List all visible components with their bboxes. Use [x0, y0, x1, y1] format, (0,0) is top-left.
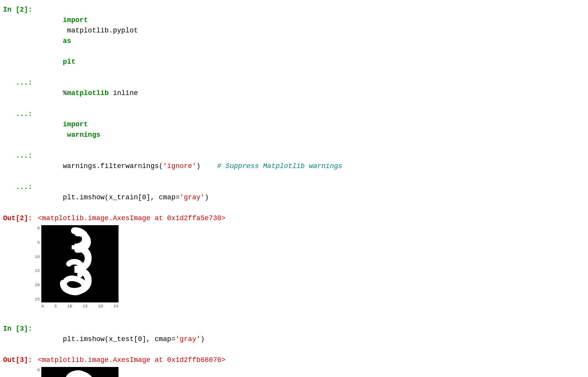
prompt-cont-2a: ...: — [3, 78, 38, 88]
inline-text: inline — [109, 89, 138, 97]
plot-wrapper-3: 0 5 10 15 20 25 — [35, 367, 119, 377]
ignore-string: 'ignore' — [163, 162, 196, 170]
prompt-cont-2d: ...: — [3, 182, 38, 192]
x-label-15: 15 — [83, 303, 88, 310]
filterwarnings-call: warnings.filterwarnings( — [63, 162, 163, 170]
y3-label-0: 0 — [37, 367, 40, 374]
prompt-in-3: In [3]: — [3, 324, 38, 334]
prompt-in-2: In [2]: — [3, 5, 38, 15]
spacer-1 — [0, 313, 588, 322]
x-label-0: 0 — [41, 303, 44, 310]
out-prompt-3: Out[3]: — [3, 355, 38, 365]
mnist-image-2 — [41, 225, 119, 302]
x-axis-2: 0 5 10 15 20 25 — [41, 302, 119, 310]
matplotlib-magic: matplotlib — [67, 89, 109, 97]
output-line-3: Out[3]: <matplotlib.image.AxesImage at 0… — [0, 355, 588, 365]
code-content-3: import warnings — [38, 109, 585, 151]
mnist-image-3 — [41, 367, 119, 377]
close-paren-2: ) — [205, 194, 209, 201]
close-paren: ) — [196, 162, 217, 170]
y-label-15: 15 — [35, 268, 40, 274]
x-label-5: 5 — [54, 303, 57, 310]
percent-sign: % — [63, 89, 67, 97]
digit-svg-2 — [41, 225, 119, 302]
y-label-10: 10 — [35, 254, 40, 260]
imshow-test-call: plt.imshow(x_test[0], cmap= — [63, 335, 176, 343]
close-paren-3: ) — [200, 335, 205, 343]
gray-string: 'gray' — [180, 194, 205, 201]
gray-string-2: 'gray' — [175, 335, 200, 343]
x-label-10: 10 — [67, 303, 72, 310]
plt-alias: plt — [63, 58, 75, 66]
y-label-0: 0 — [37, 225, 40, 232]
y-label-25: 25 — [35, 296, 40, 303]
plot-output-2: 0 5 10 15 20 25 — [0, 225, 588, 310]
code-line-4: ...: warnings.filterwarnings('ignore') #… — [0, 151, 588, 182]
plot-wrapper-2: 0 5 10 15 20 25 — [35, 225, 119, 310]
code-content-1: import matplotlib.pyplot as plt — [38, 5, 585, 78]
code-content-3-1: plt.imshow(x_test[0], cmap='gray') — [38, 324, 585, 355]
warnings-module: warnings — [63, 131, 100, 139]
x-label-20: 20 — [98, 303, 103, 310]
imshow-call: plt.imshow(x_train[0], cmap= — [63, 194, 180, 201]
import-keyword: import — [63, 16, 88, 24]
code-content-2: %matplotlib inline — [38, 78, 585, 109]
module-name: matplotlib.pyplot — [63, 27, 142, 34]
y-label-5: 5 — [37, 239, 40, 246]
out-value-2: <matplotlib.image.AxesImage at 0x1d2ffa5… — [38, 213, 225, 224]
code-content-4: warnings.filterwarnings('ignore') # Supp… — [38, 151, 585, 182]
out-value-3: <matplotlib.image.AxesImage at 0x1d2ffb6… — [38, 355, 225, 365]
y-label-20: 20 — [35, 282, 40, 289]
x-label-25: 25 — [114, 303, 119, 310]
plot-output-3: 0 5 10 15 20 25 — [0, 367, 588, 377]
cell-3: In [3]: plt.imshow(x_test[0], cmap='gray… — [0, 322, 588, 377]
prompt-cont-2c: ...: — [3, 151, 38, 161]
code-line-3-1: In [3]: plt.imshow(x_test[0], cmap='gray… — [0, 324, 588, 355]
plot-area-3: 0 5 10 15 20 25 — [41, 367, 119, 377]
alias — [63, 48, 67, 55]
code-line-2: ...: %matplotlib inline — [0, 78, 588, 109]
out-prompt-2: Out[2]: — [3, 213, 38, 224]
y-axis-3: 0 5 10 15 20 25 — [35, 367, 41, 377]
code-line-5: ...: plt.imshow(x_train[0], cmap='gray') — [0, 182, 588, 213]
prompt-cont-2b: ...: — [3, 109, 38, 119]
code-line-3: ...: import warnings — [0, 109, 588, 151]
digit-svg-3 — [41, 367, 119, 377]
plot-area-2: 0 5 10 15 20 25 — [41, 225, 119, 310]
import-keyword-2: import — [63, 121, 88, 128]
cell-2: In [2]: import matplotlib.pyplot as plt … — [0, 3, 588, 313]
code-line-1: In [2]: import matplotlib.pyplot as plt — [0, 5, 588, 78]
output-line-2: Out[2]: <matplotlib.image.AxesImage at 0… — [0, 213, 588, 224]
comment-suppress: # Suppress Matplotlib warnings — [217, 162, 342, 170]
code-content-5: plt.imshow(x_train[0], cmap='gray') — [38, 182, 585, 213]
as-keyword: as — [63, 37, 71, 45]
y-axis-2: 0 5 10 15 20 25 — [35, 225, 41, 310]
